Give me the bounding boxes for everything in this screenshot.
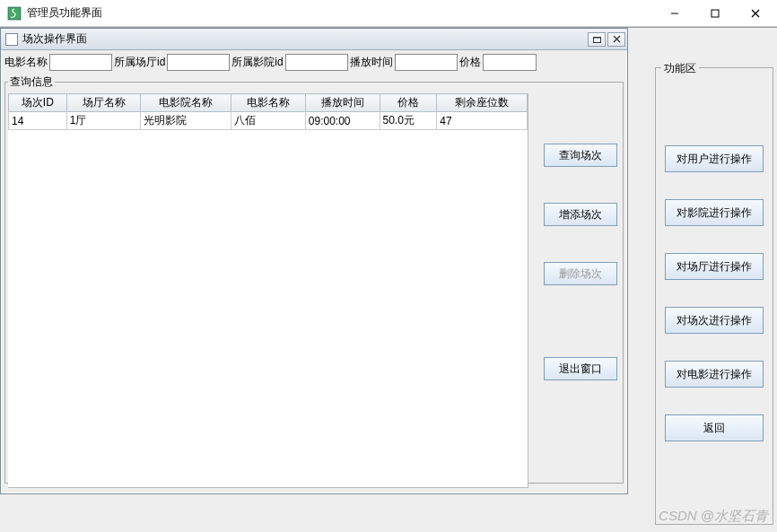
- movie-name-input[interactable]: [49, 54, 112, 71]
- manage-cinemas-button[interactable]: 对影院进行操作: [665, 199, 764, 226]
- play-time-label: 播放时间: [350, 55, 393, 70]
- add-session-button[interactable]: 增添场次: [544, 203, 617, 226]
- minimize-icon: [670, 9, 679, 18]
- manage-users-button[interactable]: 对用户进行操作: [665, 145, 764, 172]
- cinema-id-input[interactable]: [285, 54, 348, 71]
- col-session-id[interactable]: 场次ID: [9, 94, 67, 112]
- col-cinema-name[interactable]: 电影院名称: [141, 94, 231, 112]
- hall-id-input[interactable]: [167, 54, 230, 71]
- maximize-icon: [711, 9, 720, 18]
- window-title: 管理员功能界面: [27, 5, 654, 21]
- cell-movie-name: 八佰: [231, 112, 306, 130]
- col-movie-name[interactable]: 电影名称: [231, 94, 306, 112]
- back-button[interactable]: 返回: [665, 414, 764, 441]
- window-titlebar: 管理员功能界面: [0, 0, 777, 27]
- internal-frame-title: 场次操作界面: [22, 31, 586, 47]
- cell-cinema-name: 光明影院: [141, 112, 231, 130]
- delete-session-button[interactable]: 删除场次: [544, 262, 617, 285]
- manage-movies-button[interactable]: 对电影进行操作: [665, 361, 764, 388]
- cell-price: 50.0元: [380, 112, 437, 130]
- col-remain-seats[interactable]: 剩余座位数: [437, 94, 528, 112]
- movie-name-label: 电影名称: [4, 55, 48, 70]
- session-table[interactable]: 场次ID 场厅名称 电影院名称 电影名称 播放时间 价格 剩余座位数 14 1厅: [8, 93, 528, 488]
- col-hall-name[interactable]: 场厅名称: [66, 94, 141, 112]
- function-panel: 功能区 对用户进行操作 对影院进行操作 对场厅进行操作 对场次进行操作 对电影进…: [651, 28, 777, 532]
- cell-session-id: 14: [9, 112, 67, 130]
- query-session-button[interactable]: 查询场次: [544, 144, 617, 167]
- close-icon: [613, 35, 621, 43]
- query-fieldset: 查询信息 场次ID 场厅名称 电影院名称 电影名称 播放时间 价格 剩余座位数: [4, 74, 624, 484]
- internal-frame-maximize-button[interactable]: [588, 32, 606, 47]
- table-header-row: 场次ID 场厅名称 电影院名称 电影名称 播放时间 价格 剩余座位数: [9, 94, 528, 112]
- filter-row: 电影名称 所属场厅id 所属影院id 播放时间 价格: [4, 52, 624, 72]
- internal-frame-titlebar[interactable]: 场次操作界面: [1, 29, 627, 50]
- internal-frame-icon: [5, 33, 18, 46]
- price-label: 价格: [459, 55, 481, 70]
- session-internal-frame: 场次操作界面 电影名称 所属场厅id 所属影院id 播放时间: [0, 28, 628, 494]
- price-input[interactable]: [483, 54, 537, 71]
- col-play-time[interactable]: 播放时间: [305, 94, 380, 112]
- close-icon: [751, 9, 760, 18]
- window-close-button[interactable]: [735, 0, 775, 26]
- internal-frame-close-button[interactable]: [607, 32, 625, 47]
- table-row[interactable]: 14 1厅 光明影院 八佰 09:00:00 50.0元 47: [9, 112, 528, 130]
- java-app-icon: [7, 6, 22, 21]
- cell-play-time: 09:00:00: [305, 112, 380, 130]
- manage-halls-button[interactable]: 对场厅进行操作: [665, 253, 764, 280]
- cell-remain-seats: 47: [437, 112, 528, 130]
- query-fieldset-legend: 查询信息: [8, 74, 55, 90]
- exit-window-button[interactable]: 退出窗口: [544, 357, 617, 380]
- manage-sessions-button[interactable]: 对场次进行操作: [665, 307, 764, 334]
- cell-hall-name: 1厅: [66, 112, 141, 130]
- svg-rect-2: [712, 10, 719, 17]
- play-time-input[interactable]: [395, 54, 458, 71]
- maximize-icon: [593, 35, 601, 43]
- cinema-id-label: 所属影院id: [231, 55, 283, 70]
- col-price[interactable]: 价格: [380, 94, 437, 112]
- window-minimize-button[interactable]: [654, 0, 694, 26]
- desktop-pane: 场次操作界面 电影名称 所属场厅id 所属影院id 播放时间: [0, 28, 651, 532]
- function-legend: 功能区: [661, 61, 699, 76]
- hall-id-label: 所属场厅id: [114, 55, 165, 70]
- window-maximize-button[interactable]: [694, 0, 735, 26]
